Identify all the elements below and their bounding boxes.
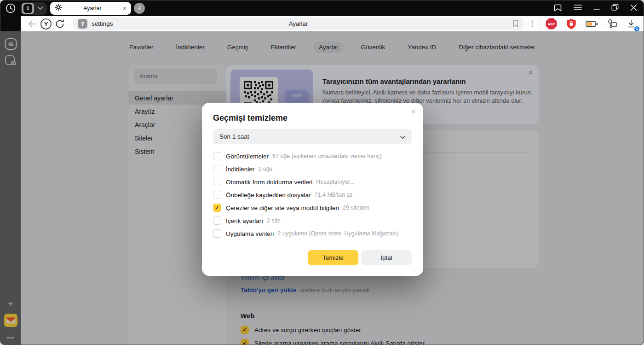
page-area: 46 + ••• Favoriler İndirilenler Geçmiş E… xyxy=(0,31,644,345)
item-label: Otomatik form doldurma verileri xyxy=(226,179,312,186)
item-meta: 2 uygulama (Opera store, Uygulama Mağaza… xyxy=(277,230,398,237)
kebab-menu-icon[interactable]: ⋮ xyxy=(528,18,536,30)
checkbox-indirilenler[interactable]: ✓ xyxy=(213,165,221,173)
checkbox-goruntulemeler[interactable]: ✓ xyxy=(213,152,221,160)
bookmark-panel-icon[interactable] xyxy=(553,3,562,14)
tab-ayarlar[interactable]: Ayarlar × xyxy=(50,2,131,15)
checkbox-uygulama-verileri[interactable]: ✓ xyxy=(213,229,221,238)
chevron-down-icon[interactable] xyxy=(34,6,46,10)
item-label: İçerik ayarları xyxy=(226,217,263,224)
yandex-home-icon[interactable]: Y xyxy=(39,18,53,30)
item-meta: 2 site xyxy=(267,217,281,224)
back-icon[interactable] xyxy=(25,18,39,30)
downloads-icon[interactable]: 1 xyxy=(624,18,638,30)
gear-icon xyxy=(55,4,62,13)
checkbox-icerik-ayarlari[interactable]: ✓ xyxy=(213,216,221,225)
dialog-title: Geçmişi temizleme xyxy=(213,113,288,123)
history-item-row: ✓ Önbelleğe kaydedilen dosyalar 71,4 MB'… xyxy=(213,191,412,199)
tab-title: Ayarlar xyxy=(62,5,123,12)
item-meta: 29 siteden xyxy=(343,205,369,211)
address-toolbar: Y Y settings Ayarlar ⋮ ABP 1 xyxy=(21,16,644,31)
checkbox-form-verileri[interactable]: ✓ xyxy=(213,178,221,186)
clear-history-dialog: × Geçmişi temizleme Son 1 saat ✓ Görüntü… xyxy=(202,103,423,276)
bookmark-flag-icon[interactable] xyxy=(512,19,519,29)
svg-text:Y: Y xyxy=(44,21,48,28)
tab-count: 1 xyxy=(23,4,32,13)
item-label: Çerezler ve diğer site veya modül bilgil… xyxy=(226,205,339,211)
item-label: İndirilenler xyxy=(226,166,254,173)
tab-strip: 1 Ayarlar × + xyxy=(0,0,644,16)
svg-text:ABP: ABP xyxy=(547,22,555,26)
item-meta: Hesaplanıyor... xyxy=(316,179,354,185)
history-item-row: ✓ Çerezler ve diğer site veya modül bilg… xyxy=(213,204,412,212)
checkbox-onbellek[interactable]: ✓ xyxy=(213,191,221,199)
item-meta: 1 öğe xyxy=(258,166,272,172)
time-range-select[interactable]: Son 1 saat xyxy=(213,129,412,144)
item-label: Görüntülemeler xyxy=(226,153,269,160)
close-window-icon[interactable] xyxy=(630,4,637,13)
adblock-abp-icon[interactable]: ABP xyxy=(544,18,558,30)
hamburger-menu-icon[interactable] xyxy=(574,4,582,12)
history-item-row: ✓ Görüntülemeler 67 öğe (eşitlenen cihaz… xyxy=(213,152,412,160)
time-range-value: Son 1 saat xyxy=(219,133,400,140)
item-label: Önbelleğe kaydedilen dosyalar xyxy=(226,192,311,199)
dialog-buttons: Temizle İptal xyxy=(308,250,412,265)
address-bar[interactable]: Y settings Ayarlar xyxy=(73,18,523,30)
minimize-icon[interactable] xyxy=(593,4,600,12)
history-clock-icon[interactable] xyxy=(0,3,21,14)
tab-count-chip[interactable]: 1 xyxy=(22,3,34,14)
tab-group-control[interactable]: 1 xyxy=(21,2,47,15)
history-items-list: ✓ Görüntülemeler 67 öğe (eşitlenen cihaz… xyxy=(213,152,412,242)
toolbar-separator xyxy=(540,20,540,28)
restore-window-icon[interactable] xyxy=(611,4,619,13)
history-item-row: ✓ Otomatik form doldurma verileri Hesapl… xyxy=(213,178,412,186)
new-tab-button[interactable]: + xyxy=(134,3,145,14)
password-key-icon[interactable] xyxy=(605,18,619,30)
history-item-row: ✓ İçerik ayarları 2 site xyxy=(213,216,412,225)
cancel-button[interactable]: İptal xyxy=(361,250,412,265)
item-meta: 67 öğe (eşitlenen cihazlardaki veriler h… xyxy=(272,153,382,159)
site-favicon-yandex: Y xyxy=(78,19,87,29)
page-title: Ayarlar xyxy=(73,20,523,27)
item-meta: 71,4 MB'tan az xyxy=(315,192,353,198)
protect-shield-icon[interactable] xyxy=(564,18,578,30)
window-controls xyxy=(553,0,637,16)
dialog-close-icon[interactable]: × xyxy=(411,107,416,117)
checkbox-cerezler[interactable]: ✓ xyxy=(213,204,221,212)
downloads-badge: 1 xyxy=(634,26,640,32)
browser-window: 1 Ayarlar × + xyxy=(0,0,644,345)
battery-saver-icon[interactable] xyxy=(585,18,598,30)
item-label: Uygulama verileri xyxy=(226,230,274,237)
address-url[interactable]: settings xyxy=(92,20,113,27)
history-item-row: ✓ Uygulama verileri 2 uygulama (Opera st… xyxy=(213,229,412,238)
history-item-row: ✓ İndirilenler 1 öğe xyxy=(213,165,412,173)
chevron-down-icon xyxy=(400,133,405,141)
refresh-icon[interactable] xyxy=(53,18,67,30)
tab-close-icon[interactable]: × xyxy=(123,5,126,12)
clear-button[interactable]: Temizle xyxy=(308,250,358,265)
